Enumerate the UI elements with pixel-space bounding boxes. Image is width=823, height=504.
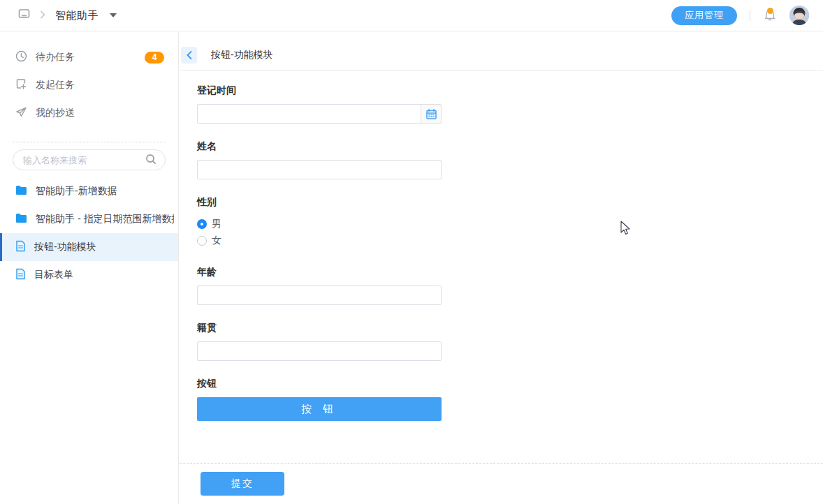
field-label: 籍贯 — [197, 322, 823, 334]
avatar[interactable] — [789, 6, 809, 25]
tree-item-date-range-data[interactable]: 智能助手 - 指定日期范围新增数据 — [0, 205, 178, 233]
todo-count-badge: 4 — [145, 52, 164, 64]
radio-label: 男 — [212, 218, 221, 230]
breadcrumb-separator — [40, 10, 45, 21]
sidebar-search — [13, 149, 166, 170]
sidebar-nav: 待办任务 4 发起任务 我的抄送 — [0, 32, 178, 127]
sidebar: 待办任务 4 发起任务 我的抄送 — [0, 32, 179, 504]
app-header: 智能助手 应用管理 — [0, 0, 823, 31]
search-input[interactable] — [23, 155, 145, 165]
tree-item-label: 目标表单 — [34, 269, 73, 281]
age-input[interactable] — [197, 286, 442, 305]
tree-item-label: 智能助手-新增数据 — [36, 185, 117, 198]
monitor-icon[interactable] — [18, 8, 30, 22]
field-label: 姓名 — [197, 140, 823, 153]
send-icon — [15, 106, 27, 120]
radio-checked-icon[interactable] — [197, 219, 207, 229]
sidebar-tree: 智能助手-新增数据 智能助手 - 指定日期范围新增数据 按钮-功能模块 — [0, 177, 178, 289]
sidebar-divider — [13, 142, 166, 142]
field-label: 登记时间 — [197, 84, 823, 97]
name-input[interactable] — [197, 160, 442, 179]
field-button: 按钮 按 钮 — [197, 378, 823, 421]
field-age: 年龄 — [197, 266, 823, 305]
task-add-icon — [15, 78, 27, 92]
form-action-button[interactable]: 按 钮 — [197, 397, 442, 421]
field-label: 性别 — [197, 196, 823, 209]
date-picker — [197, 104, 442, 124]
app-manage-button[interactable]: 应用管理 — [671, 6, 737, 25]
header-divider — [750, 10, 750, 21]
tree-item-target-form[interactable]: 目标表单 — [0, 261, 178, 289]
main-panel: 按钮-功能模块 登记时间 姓名 性别 — [180, 32, 823, 504]
sidebar-item-label: 发起任务 — [36, 79, 164, 91]
radio-option-female[interactable]: 女 — [197, 232, 823, 249]
sidebar-item-label: 我的抄送 — [36, 107, 164, 119]
radio-unchecked-icon[interactable] — [197, 236, 207, 246]
submit-button[interactable]: 提交 — [201, 472, 284, 496]
form: 登记时间 姓名 性别 男 — [180, 71, 823, 421]
field-registration-time: 登记时间 — [197, 84, 823, 124]
tree-item-label: 智能助手 - 指定日期范围新增数据 — [36, 213, 174, 225]
sidebar-item-start-task[interactable]: 发起任务 — [0, 71, 178, 99]
clock-icon — [15, 50, 27, 64]
chevron-left-icon — [186, 50, 193, 60]
bell-icon[interactable] — [763, 8, 777, 22]
radio-option-male[interactable]: 男 — [197, 216, 823, 232]
app-title[interactable]: 智能助手 — [55, 9, 99, 22]
sidebar-item-label: 待办任务 — [36, 51, 136, 64]
field-label: 按钮 — [197, 378, 823, 390]
form-footer: 提交 — [180, 463, 823, 504]
field-name: 姓名 — [197, 140, 823, 179]
hometown-input[interactable] — [197, 341, 442, 361]
sidebar-item-todo-tasks[interactable]: 待办任务 4 — [0, 43, 178, 71]
document-icon — [15, 268, 26, 282]
main-titlebar: 按钮-功能模块 — [180, 32, 823, 71]
registration-time-input[interactable] — [197, 104, 421, 124]
back-button[interactable] — [181, 47, 197, 64]
chevron-down-icon[interactable] — [110, 13, 117, 17]
field-gender: 性别 男 女 — [197, 196, 823, 249]
field-label: 年龄 — [197, 266, 823, 279]
calendar-icon[interactable] — [421, 104, 442, 124]
field-hometown: 籍贯 — [197, 322, 823, 361]
page-title: 按钮-功能模块 — [211, 49, 273, 64]
document-icon — [15, 240, 26, 254]
tree-item-new-data[interactable]: 智能助手-新增数据 — [0, 177, 178, 205]
notification-dot — [767, 8, 773, 14]
folder-icon — [15, 185, 27, 198]
folder-icon — [15, 213, 27, 225]
sidebar-item-my-cc[interactable]: 我的抄送 — [0, 99, 178, 127]
radio-label: 女 — [212, 235, 221, 247]
tree-item-button-module[interactable]: 按钮-功能模块 — [0, 233, 178, 261]
tree-item-label: 按钮-功能模块 — [34, 241, 96, 253]
breadcrumb: 智能助手 — [18, 8, 117, 22]
search-icon[interactable] — [145, 154, 156, 167]
header-actions: 应用管理 — [671, 6, 809, 25]
